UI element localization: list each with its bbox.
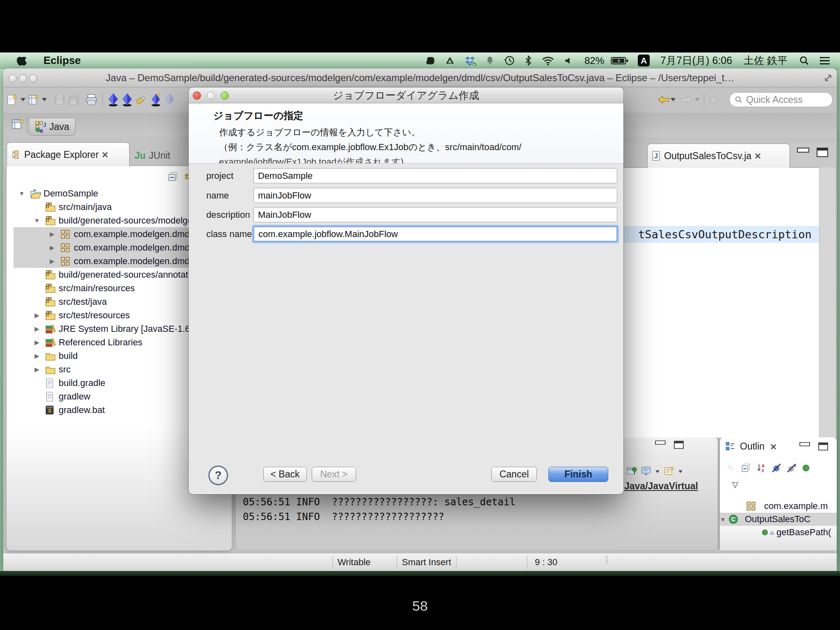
resize-icon[interactable] — [824, 73, 833, 84]
menubar: Eclipse 82% A 7月7日(月) 6:06 土佐 鉄平 — [0, 52, 840, 69]
close-icon[interactable]: × — [770, 443, 776, 451]
display-console-icon[interactable] — [640, 465, 652, 478]
minimize-view-icon[interactable] — [655, 441, 666, 445]
expander-icon[interactable]: ▶ — [29, 352, 45, 360]
quick-access-search[interactable]: Quick Access — [729, 92, 833, 107]
close-button[interactable] — [9, 74, 17, 82]
field-input-project[interactable]: DemoSample — [253, 168, 617, 183]
new-java-element-icon[interactable] — [27, 93, 40, 106]
forward-arrow-icon[interactable] — [680, 94, 693, 105]
package-explorer-tab[interactable]: Package Explorer × — [7, 142, 130, 167]
save-all-icon[interactable] — [68, 94, 80, 106]
editor-current-line: tSalesCsvOutputDescription { — [623, 226, 819, 243]
console-output[interactable]: 05:56:51 INFO ?????????????????: sales_d… — [243, 496, 714, 526]
dmdl-diamond-new-icon[interactable] — [150, 93, 162, 107]
close-button[interactable] — [193, 91, 201, 100]
sort-icon[interactable]: az — [756, 463, 767, 475]
new-wizard-icon[interactable] — [6, 93, 18, 106]
expander-icon[interactable]: ▼ — [720, 516, 728, 523]
open-perspective-icon[interactable] — [11, 118, 25, 132]
hide-static-icon[interactable]: s — [786, 463, 797, 475]
expander-icon[interactable]: ▶ — [29, 312, 45, 319]
expander-icon[interactable]: ▶ — [29, 366, 45, 373]
back-arrow-icon[interactable] — [657, 94, 670, 105]
new-java-dropdown[interactable] — [42, 98, 47, 101]
next-button[interactable]: Next > — [312, 467, 356, 482]
print-icon[interactable] — [85, 94, 98, 106]
maximize-view-icon[interactable] — [818, 443, 828, 451]
expander-icon[interactable]: ▶ — [29, 325, 45, 333]
expander-icon[interactable]: ▶ — [44, 258, 60, 265]
window-titlebar[interactable]: Java – DemoSample/build/generated-source… — [3, 68, 837, 87]
hide-fields-icon[interactable] — [771, 463, 782, 475]
view-menu-icon[interactable]: ▽ — [732, 480, 738, 489]
spotlight-icon[interactable] — [799, 55, 810, 66]
expander-icon[interactable]: ▶ — [44, 244, 60, 251]
editor-tab[interactable]: J OutputSalesToCsv.ja × — [647, 144, 790, 168]
time-machine-icon[interactable] — [504, 55, 515, 66]
display-console-dropdown[interactable] — [655, 470, 660, 473]
save-icon[interactable] — [53, 94, 66, 106]
forward-dropdown[interactable] — [695, 98, 700, 101]
open-console-dropdown[interactable] — [678, 470, 682, 473]
drive-icon[interactable] — [445, 55, 455, 66]
dialog-titlebar[interactable]: ジョブフローダイアグラム作成 — [189, 87, 623, 103]
cancel-button[interactable]: Cancel — [491, 467, 537, 482]
last-edit-icon[interactable] — [709, 94, 719, 105]
editor-scrollbar[interactable] — [819, 167, 835, 437]
help-button[interactable]: ? — [208, 466, 228, 485]
bell-icon[interactable] — [485, 55, 495, 66]
hide-nonpublic-icon[interactable] — [801, 463, 810, 474]
dmdl-diamond-faded-icon[interactable] — [164, 93, 176, 107]
volume-icon[interactable] — [564, 55, 574, 66]
dropbox-icon[interactable] — [464, 55, 476, 66]
minimize-view-icon[interactable] — [797, 148, 809, 153]
zoom-button[interactable] — [221, 91, 229, 100]
new-wizard-dropdown[interactable] — [21, 98, 25, 101]
outline-item-com-example-m[interactable]: com.example.m — [720, 500, 837, 513]
menubar-user[interactable]: 土佐 鉄平 — [744, 54, 788, 67]
notification-center-icon[interactable] — [819, 56, 831, 66]
expander-icon[interactable]: ▼ — [14, 190, 30, 197]
editor-body[interactable]: tSalesCsvOutputDescription { — [623, 167, 819, 438]
maximize-view-icon[interactable] — [674, 441, 684, 449]
close-icon[interactable]: × — [102, 151, 108, 159]
pin-console-icon[interactable] — [626, 465, 638, 478]
expander-icon[interactable]: ▼ — [29, 217, 45, 224]
menubar-clock[interactable]: 7月7日(月) 6:06 — [660, 54, 732, 67]
field-input-class-name[interactable]: com.example.jobflow.MainJobFlow — [253, 226, 617, 242]
bluetooth-icon[interactable] — [524, 55, 532, 66]
perspective-java-button[interactable]: J Java — [29, 118, 75, 136]
outline-item-outputsalestoc[interactable]: ▼COutputSalesToC — [720, 513, 837, 526]
maximize-view-icon[interactable] — [817, 148, 828, 157]
collapse-all-icon[interactable] — [167, 171, 179, 184]
analyze-torch-icon[interactable] — [135, 93, 148, 106]
expander-icon[interactable]: ▶ — [44, 231, 60, 238]
outline-item-getbasepath-[interactable]: getBasePath( — [720, 526, 837, 539]
open-console-icon[interactable] — [663, 465, 675, 478]
dmdl-diamond-icon[interactable] — [121, 93, 133, 107]
wifi-icon[interactable] — [541, 55, 555, 66]
focus-icon[interactable] — [726, 463, 736, 475]
app-menu-eclipse[interactable]: Eclipse — [43, 52, 81, 68]
minimize-button[interactable] — [19, 74, 27, 82]
lib-icon — [45, 337, 59, 348]
field-input-description[interactable]: MainJobFlow — [253, 207, 617, 222]
dmdl-diamond-icon[interactable] — [107, 93, 119, 107]
finish-button[interactable]: Finish — [548, 467, 608, 482]
status-drag-handle[interactable]: ⁞ — [605, 554, 607, 566]
minimize-view-icon[interactable] — [799, 442, 810, 446]
evernote-icon[interactable] — [425, 55, 436, 66]
expander-icon[interactable]: ▶ — [29, 339, 45, 346]
junit-tab[interactable]: Ju JUnit — [135, 147, 170, 164]
apple-menu[interactable] — [16, 52, 27, 68]
back-button[interactable]: < Back — [263, 467, 307, 482]
collapse-all-icon[interactable] — [741, 463, 751, 475]
minimize-button[interactable] — [207, 91, 215, 100]
close-icon[interactable]: × — [755, 152, 761, 160]
back-dropdown[interactable] — [671, 98, 676, 101]
input-source-icon[interactable]: A — [638, 55, 650, 66]
zoom-button[interactable] — [29, 74, 37, 82]
outline-tab-label[interactable]: Outlin — [740, 441, 765, 452]
field-input-name[interactable]: mainJobFlow — [253, 188, 617, 203]
